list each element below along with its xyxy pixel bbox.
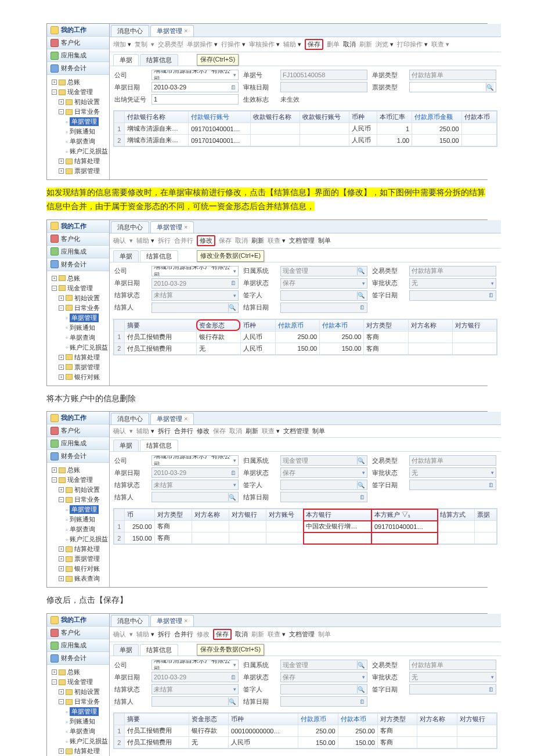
screenshot-3: 我的工作 客户化 应用集成 财务会计 +总账 −现金管理 +初始设置 −日常业务…: [46, 411, 488, 588]
tree-node[interactable]: +票据管理: [48, 166, 108, 176]
tree-node[interactable]: +结算处理: [48, 156, 108, 166]
btn-cancel[interactable]: 取消: [343, 40, 356, 49]
btn-modify[interactable]: 修改: [197, 235, 215, 246]
lbl: 单据号: [243, 71, 276, 80]
btn-browse[interactable]: 浏览 ▾: [376, 40, 394, 49]
val-sxbz: 未生效: [280, 95, 367, 104]
tooltip-save2: 保存业务数据(Ctrl+S): [197, 644, 264, 656]
tree-node[interactable]: ◦单据查询: [48, 136, 108, 146]
btn-print[interactable]: 打印操作 ▾: [397, 40, 428, 49]
lbl: 票据类型: [372, 83, 405, 92]
tab-msg[interactable]: 消息中心: [111, 25, 149, 37]
btn-refresh: 刷新: [359, 40, 372, 49]
inp-cnpzh[interactable]: 1: [151, 94, 239, 105]
table-row: 1增城市清源自来…091701040001…人民币1250.00: [114, 123, 496, 135]
screenshot-4: 我的工作 客户化 应用集成 财务会计 +总账 −现金管理 +初始设置 −日常业务…: [46, 613, 488, 756]
user-icon: [50, 39, 59, 47]
tab-bill[interactable]: 单据管理: [150, 25, 194, 37]
tree-node[interactable]: ◦到账通知: [48, 127, 108, 136]
btn-save[interactable]: 保存: [305, 39, 323, 50]
nav-tree: +总账 −现金管理 +初始设置 −日常业务 ◦单据管理 ◦到账通知 ◦单据查询 …: [47, 75, 109, 179]
btn-add[interactable]: 增加 ▾: [113, 40, 131, 49]
subtabs: 单据 结算信息 保存(Ctrl+S): [110, 52, 501, 66]
tree-node[interactable]: +初始设置: [48, 97, 108, 107]
lbl: 审核日期: [243, 83, 276, 92]
inp-auditdate: [280, 82, 367, 92]
instruction-2: 将本方账户中的信息删除: [46, 392, 488, 406]
sidebar-section-mywork[interactable]: 我的工作: [47, 24, 109, 37]
tree-node[interactable]: +总账: [48, 77, 108, 87]
toolbar: 增加 ▾ 复制▾ 交易类型 单据操作 ▾ 行操作 ▾ 审核操作 ▾ 辅助 ▾ 保…: [110, 37, 501, 52]
sidebar-section-kehuhua[interactable]: 客户化: [47, 37, 109, 49]
star-icon: [50, 26, 59, 34]
sidebar: 我的工作 客户化 应用集成 财务会计 +总账 −现金管理 +初始设置 −日常业务…: [47, 24, 110, 179]
tooltip-save: 保存(Ctrl+S): [197, 54, 239, 66]
top-tabs: 消息中心 单据管理: [110, 24, 501, 37]
btn-refresh[interactable]: 刷新: [251, 236, 264, 245]
lbl: 公司: [114, 71, 147, 80]
btn-aux[interactable]: 辅助 ▾: [283, 40, 301, 49]
btn-aux[interactable]: 辅助 ▾: [136, 236, 154, 245]
screenshot-1: 我的工作 客户化 应用集成 财务会计 +总账 −现金管理 +初始设置 −日常业务…: [46, 23, 488, 180]
inp-pjlx[interactable]: 🔍: [409, 82, 496, 92]
subtab-settle[interactable]: 结算信息: [140, 54, 178, 66]
inp-date[interactable]: 2010-03-29🗓: [151, 82, 239, 92]
tree-node[interactable]: −现金管理: [48, 87, 108, 97]
btn-save[interactable]: 保存: [213, 629, 232, 640]
book-icon: [50, 64, 59, 73]
btn-lc: 联查 ▾: [431, 40, 449, 49]
sidebar-section-yingyong[interactable]: 应用集成: [47, 49, 109, 62]
btn-rowop[interactable]: 行操作 ▾: [221, 40, 246, 49]
lbl: 生效标志: [243, 95, 276, 104]
btn-doc[interactable]: 文档管理: [289, 236, 315, 245]
tree-node[interactable]: −日常业务: [48, 107, 108, 117]
instruction-3: 修改后，点击【保存】: [46, 593, 488, 607]
btn-billop[interactable]: 单据操作 ▾: [187, 40, 218, 49]
lbl: 出纳凭证号: [114, 95, 147, 104]
sidebar-section-caiwu[interactable]: 财务会计: [47, 62, 109, 75]
inp-company[interactable]: 增城市清源自来水厂有限公司▾: [151, 70, 239, 80]
inp-billno: FJ1005140058: [280, 70, 367, 80]
table-row: 2增城市清源自来…091701040001…人民币1.00150.00: [114, 135, 496, 146]
tree-node-selected[interactable]: ◦单据管理: [48, 117, 108, 127]
header-form: 公司增城市清源自来水厂有限公司▾ 单据号FJ1005140058 单据类型付款结…: [110, 66, 501, 108]
screenshot-2: 我的工作 客户化 应用集成 财务会计 +总账 −现金管理 +初始设置 −日常业务…: [46, 219, 488, 386]
btn-del: 删单: [327, 40, 340, 49]
btn-lc[interactable]: 联查 ▾: [268, 236, 286, 245]
tooltip-modify: 修改业务数据(Ctrl+E): [197, 250, 264, 262]
inp-billtype: 付款结算单: [409, 70, 496, 80]
btn-zhidan[interactable]: 制单: [318, 236, 331, 245]
btn-audit[interactable]: 审核操作 ▾: [249, 40, 280, 49]
subtab-bill[interactable]: 单据: [113, 54, 139, 66]
lbl: 单据日期: [114, 83, 147, 92]
btn-copy: 复制: [135, 40, 147, 49]
instruction-1: 如发现结算的信息需要修改时，在单据审核前进行修改，点击【结算信息】界面的【修改】…: [46, 186, 488, 214]
tree-node[interactable]: ◦账户汇兑损益: [48, 146, 108, 156]
gear-icon: [50, 52, 59, 60]
detail-grid[interactable]: 付款银行名称付款银行账号收款银行名称收款银行账号币种本币汇率付款原币金额付款本币…: [113, 110, 497, 147]
btn-jylx: 交易类型: [158, 40, 183, 49]
lbl: 单据类型: [372, 71, 405, 80]
